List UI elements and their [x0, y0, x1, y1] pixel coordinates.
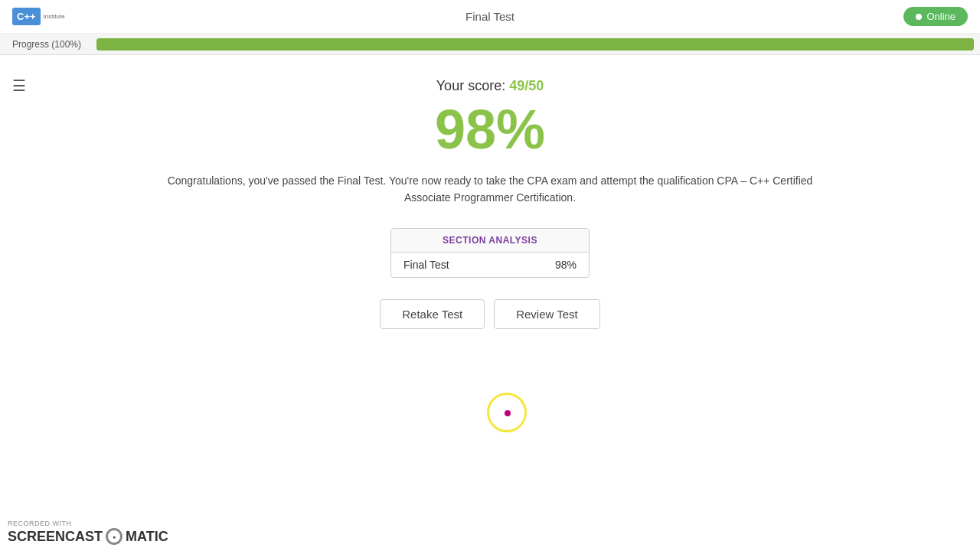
watermark-brand: SCREENCAST ● MATIC [8, 528, 168, 545]
congratulations-text: Congratulations, you've passed the Final… [145, 172, 835, 207]
online-dot [916, 14, 922, 20]
logo-text: C++ [17, 11, 36, 22]
logo-tagline: Institute [44, 13, 65, 20]
online-label: Online [926, 11, 956, 22]
watermark: RECORDED WITH SCREENCAST ● MATIC [8, 520, 168, 545]
score-line: Your score: 49/50 [436, 78, 544, 94]
section-analysis-row: Final Test 98% [391, 253, 589, 277]
action-buttons: Retake Test Review Test [380, 299, 600, 329]
progress-bar-container: Progress (100%) [0, 34, 980, 55]
watermark-brand-right: MATIC [126, 529, 168, 545]
section-analysis-heading: SECTION ANALYSIS [391, 229, 589, 253]
header: C++ Institute Final Test Online [0, 0, 980, 34]
watermark-brand-left: SCREENCAST [8, 529, 103, 545]
sidebar-toggle[interactable]: ☰ [12, 77, 26, 95]
progress-track [96, 38, 974, 51]
section-row-value: 98% [555, 259, 577, 271]
percent-display: 98% [435, 102, 545, 157]
cursor-dot [505, 410, 511, 416]
header-title: Final Test [466, 10, 514, 23]
logo-area: C++ Institute [12, 8, 65, 26]
section-analysis-box: SECTION ANALYSIS Final Test 98% [390, 228, 590, 278]
online-badge: Online [903, 7, 968, 26]
main-content: Your score: 49/50 98% Congratulations, y… [0, 55, 980, 360]
progress-label: Progress (100%) [12, 39, 96, 50]
screencast-logo-icon: ● [106, 528, 122, 545]
review-test-button[interactable]: Review Test [494, 299, 600, 329]
watermark-top-label: RECORDED WITH [8, 520, 168, 527]
progress-fill [96, 38, 974, 51]
retake-test-button[interactable]: Retake Test [380, 299, 485, 329]
cursor-ring [487, 393, 527, 432]
score-label: Your score: [436, 78, 505, 93]
logo-box: C++ [12, 8, 41, 26]
score-value: 49/50 [509, 78, 544, 93]
section-row-label: Final Test [403, 259, 449, 271]
